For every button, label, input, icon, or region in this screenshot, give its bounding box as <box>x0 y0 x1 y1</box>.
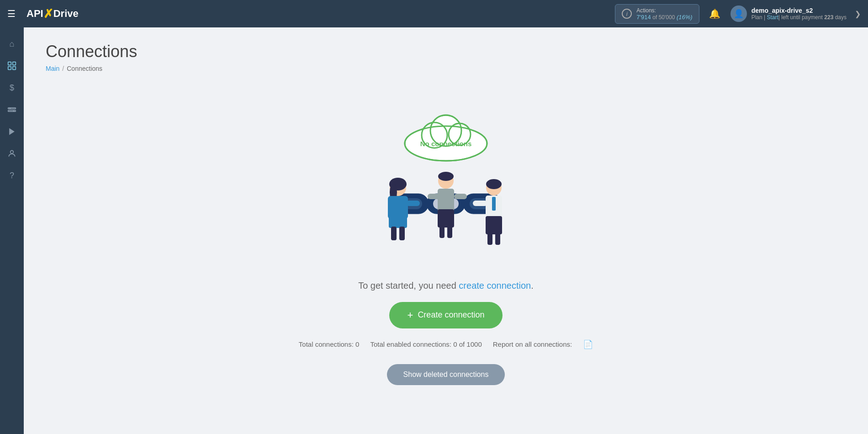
svg-rect-49 <box>492 197 496 211</box>
report-label: Report on all connections: <box>493 340 572 348</box>
chevron-down-icon[interactable]: ❯ <box>855 10 861 18</box>
sidebar: ⌂ $ <box>0 27 24 434</box>
svg-rect-45 <box>454 194 467 199</box>
user-section: 👤 demo_apix-drive_s2 Plan | Start| left … <box>730 5 861 22</box>
plan-type: Start <box>765 14 778 21</box>
user-name: demo_apix-drive_s2 <box>752 7 847 14</box>
total-connections-stat: Total connections: 0 <box>299 340 360 348</box>
sidebar-item-media[interactable] <box>3 122 21 141</box>
svg-rect-42 <box>439 224 445 238</box>
menu-icon[interactable]: ☰ <box>7 8 16 19</box>
svg-rect-1 <box>13 62 16 65</box>
prompt-prefix: To get started, you need <box>358 281 456 291</box>
cloud-bubble: No connections <box>405 115 487 161</box>
prompt-text: To get started, you need create connecti… <box>358 281 534 291</box>
logo-x: ✗ <box>43 7 53 21</box>
svg-point-47 <box>486 179 502 189</box>
svg-marker-8 <box>9 128 15 135</box>
breadcrumb: Main / Connections <box>46 65 846 72</box>
create-connection-link[interactable]: create connection <box>459 281 531 291</box>
svg-rect-0 <box>8 62 11 65</box>
svg-rect-44 <box>428 194 440 199</box>
breadcrumb-current: Connections <box>67 65 102 72</box>
avatar: 👤 <box>730 5 747 22</box>
svg-rect-51 <box>487 231 492 245</box>
svg-rect-34 <box>391 227 397 240</box>
svg-point-39 <box>438 172 454 181</box>
sidebar-item-tools[interactable] <box>3 101 21 119</box>
logo-drive: Drive <box>53 8 79 20</box>
svg-rect-52 <box>495 231 500 245</box>
sidebar-item-home[interactable]: ⌂ <box>3 35 21 53</box>
svg-rect-5 <box>8 111 16 112</box>
center-section: No connections <box>46 87 846 419</box>
page-title: Connections <box>46 42 846 61</box>
svg-rect-35 <box>399 227 405 240</box>
sidebar-item-help[interactable]: ? <box>3 166 21 185</box>
stats-row: Total connections: 0 Total enabled conne… <box>299 339 593 349</box>
create-button-label: Create connection <box>418 310 484 320</box>
actions-value: 7'914 of 50'000 (16%) <box>636 14 692 21</box>
show-deleted-connections-button[interactable]: Show deleted connections <box>387 364 505 385</box>
total-enabled-stat: Total enabled connections: 0 of 1000 <box>370 340 482 348</box>
logo: API✗Drive <box>26 7 79 21</box>
svg-point-7 <box>13 110 15 111</box>
main-content: Connections Main / Connections <box>24 27 868 434</box>
actions-text: Actions: 7'914 of 50'000 (16%) <box>636 7 692 21</box>
sidebar-item-billing[interactable]: $ <box>3 79 21 97</box>
svg-point-6 <box>9 107 11 109</box>
svg-rect-53 <box>473 201 487 206</box>
user-plan: Plan | Start| left until payment 223 day… <box>752 14 847 21</box>
user-info: demo_apix-drive_s2 Plan | Start| left un… <box>752 7 847 21</box>
report-icon[interactable]: 📄 <box>583 339 593 349</box>
svg-rect-3 <box>13 67 16 70</box>
svg-rect-43 <box>447 224 452 238</box>
info-icon: i <box>622 9 632 19</box>
plus-icon: + <box>408 309 413 321</box>
svg-rect-36 <box>406 201 420 206</box>
days-left: 223 <box>824 14 833 21</box>
notification-bell[interactable]: 🔔 <box>707 5 723 22</box>
sidebar-item-account[interactable] <box>3 144 21 163</box>
actions-badge: i Actions: 7'914 of 50'000 (16%) <box>615 4 699 24</box>
svg-point-9 <box>11 150 14 153</box>
breadcrumb-main-link[interactable]: Main <box>46 65 59 72</box>
create-connection-button[interactable]: + Create connection <box>389 302 503 328</box>
illustration: No connections <box>350 112 542 270</box>
actions-label: Actions: <box>636 7 692 14</box>
navbar: ☰ API✗Drive i Actions: 7'914 of 50'000 (… <box>0 0 868 27</box>
svg-rect-4 <box>8 108 16 109</box>
sidebar-item-connections[interactable] <box>3 57 21 75</box>
breadcrumb-separator: / <box>62 65 64 72</box>
svg-rect-33 <box>389 214 407 228</box>
logo-api: API <box>26 8 43 20</box>
svg-rect-2 <box>8 67 11 70</box>
prompt-suffix: . <box>531 281 534 291</box>
main-layout: ⌂ $ <box>0 27 868 434</box>
